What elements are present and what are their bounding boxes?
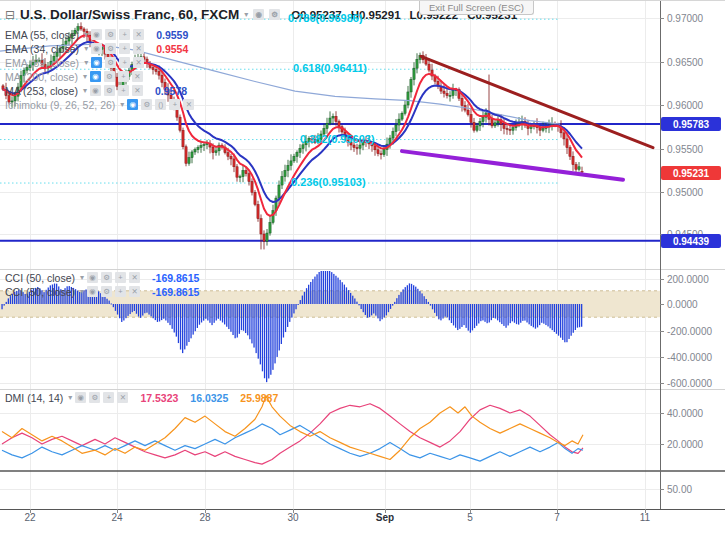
close-icon[interactable]: ✕ xyxy=(132,71,143,82)
cci-row[interactable]: CCI (50, close)▾◉⚙+✕-169.8615 xyxy=(5,285,199,298)
time-axis-label: 22 xyxy=(24,512,35,523)
time-axis-label: 5 xyxy=(467,512,473,523)
paren-icon[interactable]: () xyxy=(155,99,166,110)
chevron-down-icon[interactable]: ▾ xyxy=(83,86,87,95)
cci-row[interactable]: CCI (50, close)▾◉⚙+✕-169.8615 xyxy=(5,271,199,284)
indicator-row[interactable]: MA (253, close)▾◉⚙+✕0.9578 xyxy=(5,84,187,97)
indicator-label: EMA (89, close) xyxy=(5,57,79,69)
plus-icon[interactable]: + xyxy=(169,99,180,110)
price-badge: 0.95231 xyxy=(661,166,721,180)
plus-icon[interactable]: + xyxy=(119,29,130,40)
exit-fullscreen-tooltip: Exit Full Screen (ESC) xyxy=(419,1,534,15)
indicator-value: 0.9578 xyxy=(155,85,187,97)
indicator-value: -169.8615 xyxy=(152,272,199,284)
eye-icon[interactable]: ◉ xyxy=(90,71,101,82)
eye-icon[interactable]: ◉ xyxy=(90,85,101,96)
plus-icon[interactable]: + xyxy=(103,392,114,403)
chevron-down-icon[interactable]: ▾ xyxy=(84,58,88,67)
eye-icon[interactable]: ◉ xyxy=(75,392,86,403)
indicator-row[interactable]: EMA (55, close)▾◉⚙+✕0.9559 xyxy=(5,28,188,41)
close-icon[interactable]: ✕ xyxy=(133,57,144,68)
cci-axis-label: -200.0000 xyxy=(667,326,712,337)
fib-level-label: 0.382(0.95603) xyxy=(300,133,375,145)
dmi-axis-label: 40.0000 xyxy=(667,408,703,419)
gear-icon[interactable]: ⚙ xyxy=(89,392,100,403)
plus-icon[interactable]: + xyxy=(115,272,126,283)
indicator-row[interactable]: EMA (89, close)▾◉⚙+✕ xyxy=(5,56,144,69)
gear-icon[interactable]: ⚙ xyxy=(101,272,112,283)
fib-level-label: 0.236(0.95103) xyxy=(291,176,366,188)
time-axis-label: 24 xyxy=(111,512,122,523)
close-icon[interactable]: ✕ xyxy=(129,286,140,297)
time-axis-label: 7 xyxy=(554,512,560,523)
gear-icon[interactable]: ⚙ xyxy=(101,286,112,297)
indicator-row[interactable]: MA (200, close)▾◉⚙+✕ xyxy=(5,70,143,83)
eye-icon[interactable]: ◉ xyxy=(87,272,98,283)
close-icon[interactable]: ✕ xyxy=(129,272,140,283)
cci-axis-label: 0.0000 xyxy=(667,299,698,310)
time-axis-label: 28 xyxy=(199,512,210,523)
cci-axis-label: -400.0000 xyxy=(667,352,712,363)
cci-axis-label: -600.0000 xyxy=(667,378,712,389)
fib-level-label: 0.786(0.96986) xyxy=(288,13,363,25)
eye-icon[interactable]: ◉ xyxy=(253,9,264,20)
chevron-down-icon[interactable]: ▾ xyxy=(120,100,124,109)
indicator-label: Ichimoku (9, 26, 52, 26) xyxy=(5,99,115,111)
price-axis-label: 0.97000 xyxy=(667,13,703,24)
indicator-value: 17.5323 xyxy=(140,392,178,404)
indicator-label: EMA (34, close) xyxy=(5,43,79,55)
indicator-value: 0.9559 xyxy=(156,29,188,41)
chevron-down-icon[interactable]: ▾ xyxy=(80,273,84,282)
cci-axis-label: 200.0000 xyxy=(667,274,709,285)
gear-icon[interactable]: ⚙ xyxy=(141,99,152,110)
chart-window: ⊟ U.S. Dollar/Swiss Franc, 60, FXCM ▾ ◉ … xyxy=(0,0,725,543)
price-axis-label: 0.95000 xyxy=(667,187,703,198)
dmi-row[interactable]: DMI (14, 14)▾◉⚙+✕17.532316.032525.9887 xyxy=(5,391,278,404)
chevron-down-icon[interactable]: ▾ xyxy=(84,44,88,53)
price-badge: 0.94439 xyxy=(661,234,721,248)
chart-layout-icon[interactable]: ⊟ xyxy=(5,8,15,22)
eye-icon[interactable]: ◉ xyxy=(91,57,102,68)
chevron-down-icon[interactable]: ▾ xyxy=(244,10,248,19)
indicator-label: MA (253, close) xyxy=(5,85,78,97)
chevron-down-icon[interactable]: ▾ xyxy=(83,72,87,81)
close-icon[interactable]: ✕ xyxy=(183,99,194,110)
close-icon[interactable]: ✕ xyxy=(117,392,128,403)
indicator-row[interactable]: Ichimoku (9, 26, 52, 26)▾◉⚙()+✕ xyxy=(5,98,194,111)
eye-icon[interactable]: ◉ xyxy=(127,99,138,110)
chevron-down-icon[interactable]: ▾ xyxy=(80,287,84,296)
plus-icon[interactable]: + xyxy=(119,43,130,54)
plus-icon[interactable]: + xyxy=(115,286,126,297)
eye-icon[interactable]: ◉ xyxy=(91,29,102,40)
gear-icon[interactable]: ⚙ xyxy=(269,9,280,20)
chevron-down-icon[interactable]: ▾ xyxy=(84,30,88,39)
indicator-label: EMA (55, close) xyxy=(5,29,79,41)
gear-icon[interactable]: ⚙ xyxy=(104,71,115,82)
eye-icon[interactable]: ◉ xyxy=(87,286,98,297)
close-icon[interactable]: ✕ xyxy=(132,85,143,96)
fib-level-label: 0.618(0.96411) xyxy=(293,63,367,75)
dmi-axis-label: 20.0000 xyxy=(667,439,703,450)
indicator-row[interactable]: EMA (34, close)▾◉⚙+✕0.9554 xyxy=(5,42,188,55)
symbol-title[interactable]: U.S. Dollar/Swiss Franc, 60, FXCM xyxy=(20,7,239,22)
gear-icon[interactable]: ⚙ xyxy=(105,29,116,40)
time-axis-label: 30 xyxy=(287,512,298,523)
gear-icon[interactable]: ⚙ xyxy=(104,85,115,96)
price-axis[interactable] xyxy=(660,1,725,509)
indicator-label: CCI (50, close) xyxy=(5,272,75,284)
eye-icon[interactable]: ◉ xyxy=(91,43,102,54)
indicator-value: 25.9887 xyxy=(240,392,278,404)
plus-icon[interactable]: + xyxy=(118,85,129,96)
chevron-down-icon[interactable]: ▾ xyxy=(68,393,72,402)
plus-icon[interactable]: + xyxy=(119,57,130,68)
time-axis[interactable] xyxy=(0,509,725,531)
price-axis-label: 0.96000 xyxy=(667,100,703,111)
indicator-value: 16.0325 xyxy=(190,392,228,404)
close-icon[interactable]: ✕ xyxy=(133,43,144,54)
indicator-label: MA (200, close) xyxy=(5,71,78,83)
gear-icon[interactable]: ⚙ xyxy=(105,43,116,54)
gear-icon[interactable]: ⚙ xyxy=(105,57,116,68)
indicator-value: 0.9554 xyxy=(156,43,188,55)
close-icon[interactable]: ✕ xyxy=(133,29,144,40)
plus-icon[interactable]: + xyxy=(118,71,129,82)
